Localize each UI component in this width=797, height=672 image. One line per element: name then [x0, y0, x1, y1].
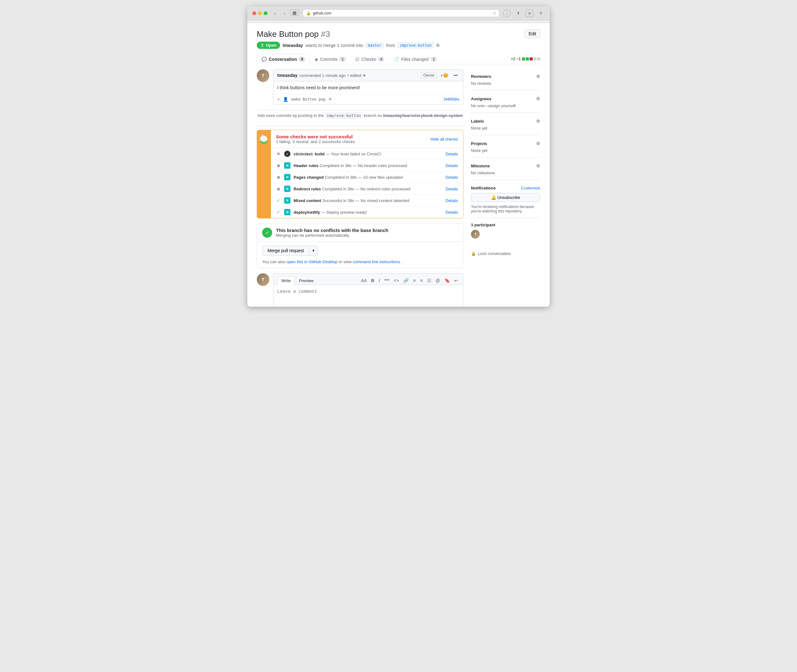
back-button[interactable]: ‹ [271, 10, 279, 17]
commit-sha[interactable]: 3e86b0a [443, 97, 459, 101]
refresh-icon[interactable]: ↺ [493, 11, 496, 16]
comment-body: I think buttons need to be more prominen… [273, 81, 463, 94]
comment-author[interactable]: tmeasday [277, 73, 298, 78]
italic-button[interactable]: I [377, 277, 381, 284]
check-details-2[interactable]: Details [446, 175, 458, 180]
check-details-4[interactable]: Details [446, 198, 458, 203]
minimize-dot[interactable] [258, 11, 262, 15]
check-info-2: Pages changed Completed in 38s — 10 new … [294, 174, 402, 180]
check-info-5: deploy/netlify — Deploy preview ready! [294, 210, 367, 214]
merge-dropdown-button[interactable]: ▾ [309, 246, 318, 256]
edit-button[interactable]: Edit [524, 29, 540, 38]
push-text3: . [359, 118, 361, 123]
tab-checks[interactable]: ☑ Checks 4 [351, 54, 389, 64]
conversation-icon: 💬 [262, 57, 267, 62]
url-bar[interactable]: 🔒 github.com ↺ [303, 10, 499, 17]
head-branch-tag[interactable]: improve-button [398, 43, 434, 48]
check-desc-4: Successful in 38s — No mixed content det… [322, 198, 409, 203]
reference-button[interactable]: 🔖 [443, 277, 451, 284]
url-text: github.com [313, 11, 331, 16]
bold-button[interactable]: B [370, 277, 375, 284]
reviewers-value: No reviews [471, 81, 491, 86]
check-desc-1: Completed in 38s — No header rules proce… [320, 163, 407, 168]
task-list-button[interactable]: ☑ [426, 277, 433, 284]
check-desc-0: — Your tests failed on CircleCI [326, 152, 381, 156]
copy-icon[interactable]: ⧉ [436, 43, 439, 48]
share-button[interactable]: ⬆ [514, 10, 522, 17]
write-comment-block: T Write Preview AA B [257, 273, 463, 307]
comment-more-button[interactable]: ••• [452, 72, 459, 78]
window-controls [252, 11, 267, 15]
code-button[interactable]: <> [393, 277, 400, 284]
lock-section: 🔒 Lock conversation [471, 247, 540, 260]
customize-notifications-link[interactable]: Customize [521, 186, 540, 190]
merge-check-icon: ✓ [262, 227, 272, 238]
emoji-button[interactable]: +😊 [439, 72, 450, 78]
projects-gear-icon[interactable]: ⚙ [536, 141, 540, 146]
close-dot[interactable] [252, 11, 256, 15]
tab-conversation[interactable]: 💬 Conversation 0 [257, 54, 310, 64]
participant-avatar-0[interactable]: T [471, 230, 480, 238]
labels-gear-icon[interactable]: ⚙ [536, 118, 540, 123]
check-details-0[interactable]: Details [446, 152, 458, 156]
lock-conversation-link[interactable]: 🔒 Lock conversation [471, 251, 540, 256]
tab-commits-label: Commits [320, 57, 337, 62]
assignees-section: Assignees ⚙ No one—assign yourself [471, 92, 540, 113]
push-text1: Add more commits by pushing to the [257, 113, 324, 118]
milestone-gear-icon[interactable]: ⚙ [536, 163, 540, 168]
undo-button[interactable]: ↩ [453, 277, 459, 284]
new-tab-button[interactable]: + [537, 10, 545, 17]
sidebar-button[interactable]: ▤ [290, 10, 299, 16]
tab-commits[interactable]: ◈ Commits 1 [310, 54, 351, 64]
check-name-text-1: Header rules [294, 163, 318, 168]
merge-status-title: This branch has no conflicts with the ba… [276, 227, 388, 233]
diff-block-5 [537, 58, 540, 61]
cli-instructions-link[interactable]: command line instructions [353, 259, 400, 264]
check-details-3[interactable]: Details [446, 187, 458, 191]
download-button[interactable]: ↓ [503, 10, 511, 17]
check-item-2: N Pages changed Completed in 38s — 10 ne… [271, 171, 463, 183]
link-button[interactable]: 🔗 [402, 277, 410, 284]
pr-meta-text: wants to merge 1 commit into [305, 43, 363, 48]
mention-button[interactable]: @ [434, 277, 441, 284]
checks-spinner [260, 134, 268, 143]
diff-stat: +2 −1 [511, 57, 540, 61]
edit-dropdown-icon[interactable]: ▾ [363, 73, 366, 78]
hide-checks-button[interactable]: Hide all checks [431, 137, 458, 141]
browser-content: Make Button pop #3 Edit ↥ Open tmeasday … [247, 23, 550, 307]
unordered-list-button[interactable]: ≡ [412, 277, 417, 284]
neutral-icon-1 [277, 165, 280, 167]
check-details-1[interactable]: Details [446, 163, 458, 168]
base-branch-tag[interactable]: master [366, 43, 384, 48]
participants-title: 1 participant [471, 222, 540, 227]
comment-textarea[interactable] [277, 289, 459, 304]
pr-title: Make Button pop #3 [257, 29, 330, 39]
ordered-list-button[interactable]: ≡ [419, 277, 424, 284]
merge-icon: ↥ [260, 43, 264, 48]
reviewers-section: Reviewers ⚙ No reviews [471, 69, 540, 90]
unsubscribe-button[interactable]: 🔔 Unsubscribe [471, 193, 540, 202]
assignees-gear-icon[interactable]: ⚙ [536, 96, 540, 101]
participants-list: T [471, 230, 540, 238]
open-desktop-link[interactable]: open this in GitHub Desktop [287, 259, 338, 264]
check-details-5[interactable]: Details [446, 210, 458, 214]
merge-pull-request-button[interactable]: Merge pull request [262, 246, 309, 256]
checks-left-bar [257, 130, 271, 218]
quote-button[interactable]: ❝❝ [383, 277, 391, 284]
projects-header: Projects ⚙ [471, 141, 540, 146]
heading-button[interactable]: AA [359, 277, 368, 284]
tab-files-changed[interactable]: 📄 Files changed 1 [389, 54, 442, 64]
forward-button[interactable]: › [281, 10, 288, 17]
maximize-dot[interactable] [264, 11, 267, 15]
files-icon: 📄 [394, 57, 399, 62]
neutral-icon-3 [277, 188, 280, 190]
tab-button[interactable]: ⊞ [526, 10, 533, 17]
comment-header-right: Owner +😊 ••• [421, 72, 459, 78]
reviewers-gear-icon[interactable]: ⚙ [536, 74, 540, 79]
push-repo[interactable]: tmeasday/learnstorybook-design-system [383, 113, 463, 118]
checks-tab-icon: ☑ [355, 57, 359, 62]
milestone-value: No milestone [471, 171, 495, 175]
write-tab[interactable]: Write [277, 276, 295, 285]
labels-value: None yet [471, 126, 487, 131]
preview-tab[interactable]: Preview [295, 276, 318, 285]
